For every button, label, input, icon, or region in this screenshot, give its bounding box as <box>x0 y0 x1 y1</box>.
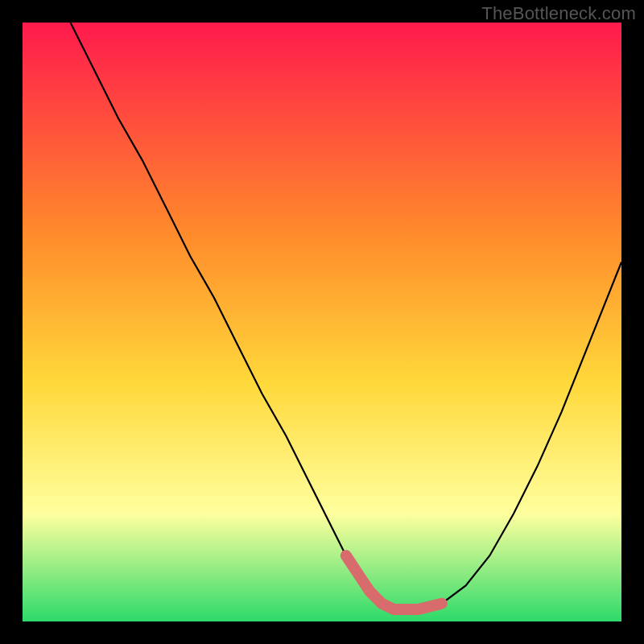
bottleneck-curve-chart <box>0 0 644 644</box>
gradient-panel <box>23 23 621 621</box>
chart-stage: TheBottleneck.com <box>0 0 644 644</box>
watermark-text: TheBottleneck.com <box>481 3 636 24</box>
